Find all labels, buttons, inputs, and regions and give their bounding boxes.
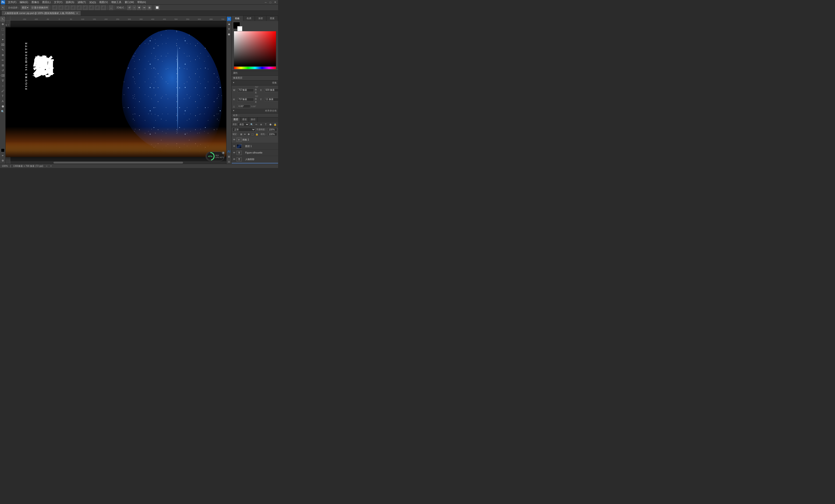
path-select-tool[interactable]: A	[0, 99, 5, 104]
adj-icon[interactable]: ⊙	[227, 160, 231, 164]
align-header[interactable]: ▾ 对齐并分布	[232, 108, 278, 113]
menu-file[interactable]: 文件(F)	[6, 0, 18, 4]
align-center-h[interactable]: ⬛	[58, 5, 63, 10]
fill-input[interactable]	[268, 132, 277, 136]
window-maximize[interactable]: □	[268, 0, 272, 4]
crop-tool[interactable]: ⌧	[0, 42, 5, 47]
color-picker-gradient[interactable]	[234, 31, 276, 66]
lock-pixel-icon[interactable]: ✏	[244, 133, 246, 135]
angle-input[interactable]	[238, 105, 250, 108]
layer-item-3[interactable]: 👁 T 人物剪影	[232, 156, 278, 163]
artboard-tool[interactable]: ✥	[0, 22, 5, 27]
patterns-icon[interactable]: ⬟	[227, 32, 231, 36]
horizontal-scrollbar[interactable]	[10, 161, 226, 164]
lock-pos-icon[interactable]: ✥	[248, 133, 250, 135]
type-tool[interactable]: T	[0, 94, 5, 99]
zoom-tool[interactable]: 🔍	[0, 109, 5, 114]
align-left[interactable]: ⬛	[52, 5, 58, 10]
swatches-icon[interactable]: ◆	[227, 22, 231, 26]
clone-tool[interactable]: ⊞	[0, 63, 5, 68]
align-right[interactable]: ⬛	[64, 5, 69, 10]
window-close[interactable]: ✕	[273, 0, 277, 4]
layer-visibility-toggle[interactable]: 👁	[232, 138, 236, 141]
layer-type-icon[interactable]: T	[264, 123, 268, 126]
menu-3d[interactable]: 3D(D)	[88, 0, 97, 4]
lasso-tool[interactable]: ○	[0, 32, 5, 37]
layer-visibility-toggle-1[interactable]: 👁	[232, 145, 236, 148]
lock-full-icon[interactable]: 🔒	[256, 133, 258, 135]
menu-view[interactable]: 视图(V)	[98, 0, 109, 4]
layer-item-1[interactable]: 👁 图层 1	[232, 143, 278, 150]
background-color-swatch[interactable]	[237, 26, 242, 31]
lock-all-icon[interactable]: ⊞	[240, 133, 242, 135]
show-transform-checkbox[interactable]: ☑ 显示变换控件	[30, 5, 49, 10]
dodge-tool[interactable]: ○	[0, 84, 5, 88]
layers-tab-channels[interactable]: 通道	[240, 118, 249, 122]
layer-visibility-toggle-3[interactable]: 👁	[232, 158, 236, 161]
color-tab-swatches[interactable]: 色板	[232, 16, 243, 21]
document-tab[interactable]: 人物剪影效果 corner yip.psd @ 100% (图块海报素材 人物,…	[2, 11, 81, 15]
properties-icon[interactable]: AI	[227, 149, 231, 153]
color-tab-tone[interactable]: 色调	[243, 16, 255, 21]
h-input[interactable]	[238, 98, 254, 101]
eyedropper-tool[interactable]: ✎	[0, 48, 5, 52]
layer-adjust-icon[interactable]: ⊕	[259, 123, 263, 126]
y-input[interactable]	[265, 98, 278, 101]
brush-tool[interactable]: ✏	[0, 58, 5, 63]
pen-tool[interactable]: 🖊	[0, 89, 5, 93]
3d-rotate[interactable]: ↺	[127, 5, 131, 10]
menu-edit[interactable]: 编辑(E)	[18, 0, 30, 4]
layers-tab-paths[interactable]: 路径	[249, 118, 258, 122]
tab-close-button[interactable]: ✕	[76, 12, 78, 15]
move-tool[interactable]: ↖	[0, 17, 5, 21]
blend-mode-select[interactable]: 正常	[232, 128, 256, 132]
window-minimize[interactable]: ─	[264, 0, 268, 4]
layer-lock-icon[interactable]: 🔒	[273, 123, 277, 126]
align-top[interactable]: ⬛	[70, 5, 76, 10]
shape-tool[interactable]: ⬟	[0, 104, 5, 109]
lock-artboard-icon[interactable]: ⬚	[251, 133, 253, 135]
menu-select[interactable]: 选择(S)	[64, 0, 76, 4]
horizontal-scroll-thumb[interactable]	[54, 162, 183, 164]
arrange-btn[interactable]: ⬜	[155, 5, 160, 10]
3d-slide[interactable]: ⇔	[142, 5, 146, 10]
cpu-close-button[interactable]: ✕	[222, 151, 225, 154]
move-tool-options[interactable]: ↖	[1, 5, 5, 10]
auto-select-dropdown[interactable]: 图层 ▾	[21, 5, 29, 10]
menu-help[interactable]: 帮助(H)	[136, 0, 147, 4]
layer-shape-icon[interactable]: ⬟	[268, 123, 272, 126]
align-center-v[interactable]: ⬛	[77, 5, 82, 10]
menu-plugins[interactable]: 增效工具	[110, 0, 123, 4]
layer-item-2[interactable]: 👁 T Figure silhouette	[232, 150, 278, 156]
gradient-tool[interactable]: ∇	[0, 78, 5, 83]
foreground-color[interactable]	[1, 148, 5, 152]
align-bottom[interactable]: ⬛	[83, 5, 88, 10]
app-icon[interactable]: Ps	[1, 0, 5, 4]
menu-type[interactable]: 文字(Y)	[53, 0, 64, 4]
history-brush-tool[interactable]: ↺	[0, 68, 5, 73]
quick-select-tool[interactable]: ✦	[0, 37, 5, 42]
menu-layer[interactable]: 图层(L)	[41, 0, 52, 4]
layer-search-icon[interactable]: 🔍	[250, 123, 254, 126]
layers-tab-layers[interactable]: 图层	[232, 118, 240, 122]
extras-button[interactable]: ...	[109, 5, 113, 10]
color-tab-patterns[interactable]: 图案	[266, 16, 278, 21]
distribute-v[interactable]: ⬛	[101, 5, 106, 10]
switch-colors[interactable]: ⇄	[0, 153, 5, 158]
distribute-left[interactable]: ⬛	[89, 5, 94, 10]
properties-panel-header[interactable]: 属性	[232, 71, 278, 76]
eraser-tool[interactable]: ⌫	[0, 73, 5, 78]
layer-item-group[interactable]: 👁 ▶ 画板 1	[232, 136, 278, 143]
x-input[interactable]	[265, 88, 278, 92]
edit-mask[interactable]: ⊕	[0, 158, 5, 163]
layer-item-4[interactable]: 👁 图块海报素材 人物	[232, 163, 278, 164]
marquee-tool[interactable]: ⬚	[0, 27, 5, 32]
3d-pan[interactable]: ✥	[137, 5, 141, 10]
healing-brush-tool[interactable]: ⊕	[0, 53, 5, 57]
w-input[interactable]	[238, 88, 254, 92]
layer-visibility-toggle-2[interactable]: 👁	[232, 151, 236, 154]
layer-type-filter[interactable]: 类型	[238, 123, 249, 126]
color-tab-gradient[interactable]: 渐变	[255, 16, 267, 21]
hue-slider[interactable]	[234, 67, 276, 69]
3d-roll[interactable]: ○	[133, 5, 136, 10]
